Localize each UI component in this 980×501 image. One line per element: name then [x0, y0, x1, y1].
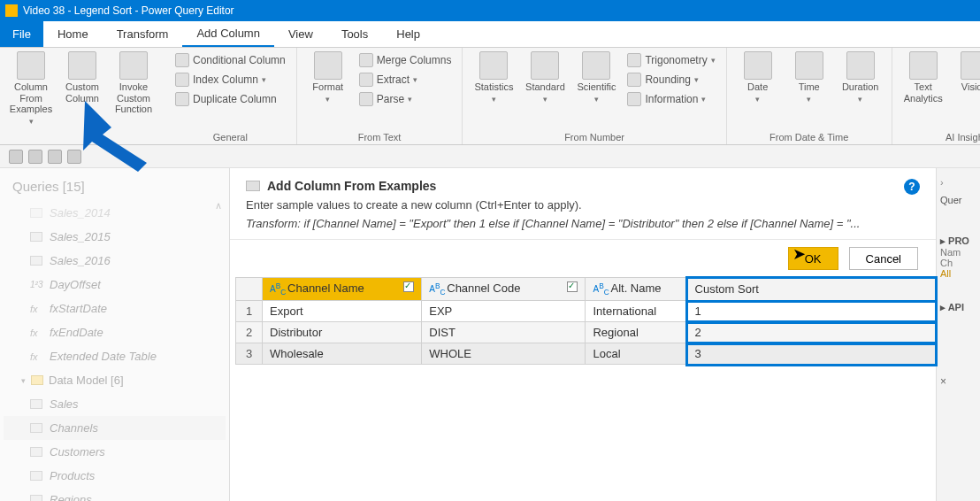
- cancel-button[interactable]: Cancel: [849, 247, 918, 270]
- merge-columns-icon: [359, 53, 373, 67]
- format-button[interactable]: Format: [304, 51, 352, 104]
- extract-button[interactable]: Extract: [356, 71, 456, 89]
- panel-formula-preview: Transform: if [Channel Name] = "Export" …: [246, 217, 920, 230]
- cell[interactable]: Local: [586, 343, 687, 365]
- applied-steps-label: API: [948, 302, 964, 312]
- time-button[interactable]: Time: [785, 51, 833, 104]
- function-icon: fx: [30, 304, 42, 314]
- tab-view[interactable]: View: [274, 21, 327, 47]
- merge-columns-button[interactable]: Merge Columns: [356, 51, 456, 69]
- close-step-icon[interactable]: ×: [940, 375, 976, 388]
- query-item[interactable]: fxExtended Date Table: [4, 344, 226, 368]
- ok-button[interactable]: OK: [788, 247, 838, 270]
- cell[interactable]: WHOLE: [422, 343, 586, 365]
- queries-title: Queries [15]: [4, 175, 226, 201]
- information-button[interactable]: Information: [624, 90, 718, 108]
- date-icon: [744, 51, 772, 80]
- cell[interactable]: International: [586, 301, 687, 322]
- extract-icon: [359, 73, 373, 87]
- column-header-channel-name[interactable]: ABCChannel Name: [263, 278, 422, 301]
- invoke-fn-label: Invoke Custom Function: [110, 81, 157, 115]
- invoke-custom-function-button[interactable]: Invoke Custom Function: [110, 51, 157, 115]
- duplicate-column-button[interactable]: Duplicate Column: [172, 90, 289, 108]
- select-all-corner[interactable]: [236, 278, 263, 301]
- tab-tools[interactable]: Tools: [327, 21, 382, 47]
- custom-column-icon: [68, 51, 96, 80]
- column-checkbox[interactable]: [567, 281, 578, 292]
- tab-home[interactable]: Home: [43, 21, 103, 47]
- cell[interactable]: DIST: [422, 322, 586, 343]
- row-number[interactable]: 3: [236, 343, 263, 365]
- invoke-fn-icon: [119, 51, 148, 80]
- scientific-button[interactable]: Scientific: [572, 51, 620, 104]
- query-item[interactable]: fxfxStartDate: [4, 297, 226, 320]
- query-item[interactable]: Regions: [4, 488, 226, 501]
- index-column-button[interactable]: Index Column: [172, 71, 289, 89]
- query-item[interactable]: Customers: [4, 440, 226, 464]
- column-header-custom-sort[interactable]: Custom Sort: [687, 278, 935, 301]
- trigonometry-button[interactable]: Trigonometry: [624, 51, 718, 69]
- query-item-active[interactable]: Channels: [4, 416, 226, 440]
- text-analytics-icon: [909, 51, 938, 80]
- qat-icon[interactable]: [48, 150, 62, 164]
- conditional-column-icon: [175, 53, 189, 67]
- tab-add-column[interactable]: Add Column: [182, 21, 274, 47]
- rounding-button[interactable]: Rounding: [624, 71, 718, 89]
- text-type-icon: ABC: [429, 281, 447, 297]
- conditional-column-button[interactable]: Conditional Column: [172, 51, 289, 69]
- date-button[interactable]: Date: [734, 51, 782, 104]
- standard-icon: [531, 51, 559, 80]
- column-from-examples-button[interactable]: Column From Examples: [7, 51, 55, 127]
- cell[interactable]: Regional: [586, 322, 687, 343]
- row-number[interactable]: 2: [236, 322, 263, 343]
- custom-column-label: Custom Column: [58, 81, 106, 104]
- qat-icon[interactable]: [67, 150, 81, 164]
- example-cell[interactable]: 2: [687, 322, 935, 343]
- qat-icon[interactable]: [28, 150, 42, 164]
- table-icon: [30, 447, 42, 457]
- column-header-channel-code[interactable]: ABCChannel Code: [422, 278, 586, 301]
- column-header-alt-name[interactable]: ABCAlt. Name: [586, 278, 687, 301]
- group-ai-insights-label: AI Insights: [900, 130, 980, 143]
- cell[interactable]: EXP: [422, 301, 586, 322]
- statistics-button[interactable]: Statistics: [470, 51, 517, 104]
- help-icon[interactable]: ?: [904, 179, 920, 195]
- example-panel-header: Add Column From Examples Enter sample va…: [230, 168, 936, 240]
- row-number[interactable]: 1: [236, 301, 263, 322]
- column-checkbox[interactable]: [403, 281, 414, 292]
- tab-file[interactable]: File: [0, 21, 43, 47]
- query-item[interactable]: 1²3DayOffset: [4, 273, 226, 297]
- text-analytics-button[interactable]: Text Analytics: [900, 51, 947, 104]
- standard-button[interactable]: Standard: [521, 51, 569, 104]
- query-item[interactable]: Sales_2015: [4, 225, 226, 249]
- query-item[interactable]: Products: [4, 464, 226, 488]
- cell[interactable]: Wholesale: [263, 343, 422, 365]
- caret-icon[interactable]: ▸: [940, 302, 948, 312]
- query-item[interactable]: Sales_2016: [4, 249, 226, 273]
- app-icon: [5, 4, 18, 17]
- example-cell[interactable]: 1: [687, 301, 935, 322]
- query-group-header[interactable]: Data Model [6]: [4, 368, 226, 392]
- parse-button[interactable]: Parse: [356, 90, 456, 108]
- text-type-icon: ABC: [593, 281, 610, 297]
- save-icon[interactable]: [9, 150, 23, 164]
- function-icon: fx: [30, 328, 42, 338]
- custom-column-button[interactable]: Custom Column: [58, 51, 106, 104]
- expand-settings-icon[interactable]: ›: [940, 177, 976, 188]
- query-item[interactable]: fxfxEndDate: [4, 320, 226, 344]
- vision-button[interactable]: Vision: [951, 51, 980, 93]
- cell[interactable]: Export: [263, 301, 422, 322]
- query-item[interactable]: Sales: [4, 392, 226, 416]
- table-icon: [30, 208, 42, 218]
- query-item[interactable]: Sales_2014: [4, 201, 226, 225]
- group-from-datetime-label: From Date & Time: [734, 130, 884, 143]
- example-cell[interactable]: 3: [687, 343, 935, 365]
- caret-icon[interactable]: ▸: [940, 235, 948, 246]
- text-type-icon: ABC: [270, 281, 287, 297]
- tab-help[interactable]: Help: [382, 21, 434, 47]
- duration-button[interactable]: Duration: [837, 51, 884, 104]
- cell[interactable]: Distributor: [263, 322, 422, 343]
- all-properties-link[interactable]: All: [940, 268, 976, 279]
- tab-transform[interactable]: Transform: [103, 21, 183, 47]
- center-pane: Add Column From Examples Enter sample va…: [230, 168, 936, 501]
